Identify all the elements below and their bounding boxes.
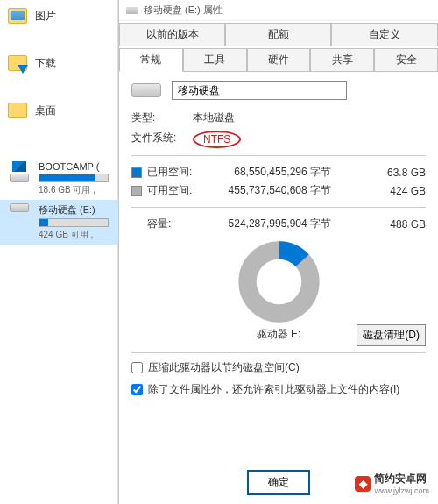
compress-checkbox[interactable] — [131, 362, 143, 373]
watermark-url: www.jylzwj.com — [374, 486, 429, 495]
pictures-icon — [7, 5, 28, 26]
drive-removable[interactable]: 移动硬盘 (E:) 424 GB 可用 , — [0, 200, 118, 245]
tab-customize[interactable]: 自定义 — [331, 23, 437, 46]
drive-subtext: 18.6 GB 可用 , — [39, 184, 113, 196]
window-title: 移动硬盘 (E:) 属性 — [144, 4, 223, 17]
drive-icon — [126, 7, 138, 14]
type-label: 类型: — [131, 110, 193, 125]
tab-security[interactable]: 安全 — [374, 48, 438, 71]
explorer-sidebar: 图片 下载 桌面 — [0, 0, 118, 504]
capacity-gb: 488 GB — [373, 218, 426, 231]
tab-general[interactable]: 常规 — [119, 48, 183, 72]
properties-dialog: 移动硬盘 (E:) 属性 以前的版本 配额 自定义 常规 工具 硬件 共享 安全… — [118, 0, 438, 504]
disk-cleanup-button[interactable]: 磁盘清理(D) — [357, 324, 426, 346]
downloads-icon — [7, 53, 28, 74]
free-color-icon — [131, 186, 142, 196]
library-downloads[interactable]: 下载 — [0, 47, 117, 79]
drive-subtext: 424 GB 可用 , — [39, 229, 113, 241]
index-label: 除了文件属性外，还允许索引此驱动器上文件的内容(I) — [148, 382, 399, 397]
desktop-icon — [7, 100, 28, 121]
library-label: 下载 — [35, 56, 56, 71]
free-bytes: 455,737,540,608 字节 — [208, 183, 331, 198]
filesystem-label: 文件系统: — [131, 131, 193, 148]
free-label: 可用空间: — [147, 183, 208, 198]
watermark-title: 简约安卓网 — [374, 472, 429, 486]
drive-name: BOOTCAMP ( — [39, 161, 113, 172]
title-bar: 移动硬盘 (E:) 属性 — [119, 0, 438, 21]
disk-icon — [131, 83, 161, 97]
tab-row-top: 以前的版本 配额 自定义 — [119, 23, 438, 46]
library-pictures[interactable]: 图片 — [0, 0, 117, 32]
used-gb: 63.8 GB — [373, 167, 426, 179]
used-bytes: 68,550,455,296 字节 — [208, 165, 331, 180]
disk-name-input[interactable] — [172, 81, 347, 100]
free-gb: 424 GB — [373, 185, 426, 197]
drive-name: 移动硬盘 (E:) — [39, 203, 113, 217]
type-value: 本地磁盘 — [193, 110, 235, 125]
tab-previous-versions[interactable]: 以前的版本 — [119, 23, 225, 46]
library-label: 图片 — [35, 9, 56, 24]
used-label: 已用空间: — [147, 165, 208, 180]
watermark: ◆ 简约安卓网 www.jylzwj.com — [351, 470, 433, 497]
capacity-bytes: 524,287,995,904 字节 — [208, 217, 331, 231]
library-desktop[interactable]: 桌面 — [0, 95, 117, 126]
drive-bootcamp[interactable]: BOOTCAMP ( 18.6 GB 可用 , — [0, 158, 118, 200]
pie-chart-icon — [237, 240, 321, 323]
drive-icon — [10, 203, 29, 212]
drive-usage-bar — [39, 174, 109, 182]
library-label: 桌面 — [35, 103, 56, 118]
tab-quota[interactable]: 配额 — [225, 23, 331, 46]
used-color-icon — [131, 167, 142, 178]
drive-list: BOOTCAMP ( 18.6 GB 可用 , 移动硬盘 (E:) 424 GB… — [0, 158, 118, 245]
index-checkbox[interactable] — [131, 384, 143, 395]
tab-tools[interactable]: 工具 — [183, 48, 247, 71]
tab-row-bottom: 常规 工具 硬件 共享 安全 — [119, 48, 438, 72]
compress-label: 压缩此驱动器以节约磁盘空间(C) — [148, 360, 300, 375]
tab-sharing[interactable]: 共享 — [310, 48, 374, 71]
ok-button[interactable]: 确定 — [247, 470, 310, 495]
usage-donut-chart — [131, 240, 426, 323]
filesystem-value: NTFS — [193, 131, 241, 148]
svg-point-2 — [257, 260, 300, 304]
windows-logo-icon — [12, 161, 26, 172]
drive-icon — [10, 174, 29, 182]
tab-hardware[interactable]: 硬件 — [247, 48, 311, 71]
android-icon: ◆ — [355, 476, 371, 492]
general-panel: 类型: 本地磁盘 文件系统: NTFS 已用空间: 68,550,455,296… — [119, 72, 438, 413]
drive-usage-bar — [39, 218, 109, 227]
capacity-label: 容量: — [147, 217, 208, 231]
